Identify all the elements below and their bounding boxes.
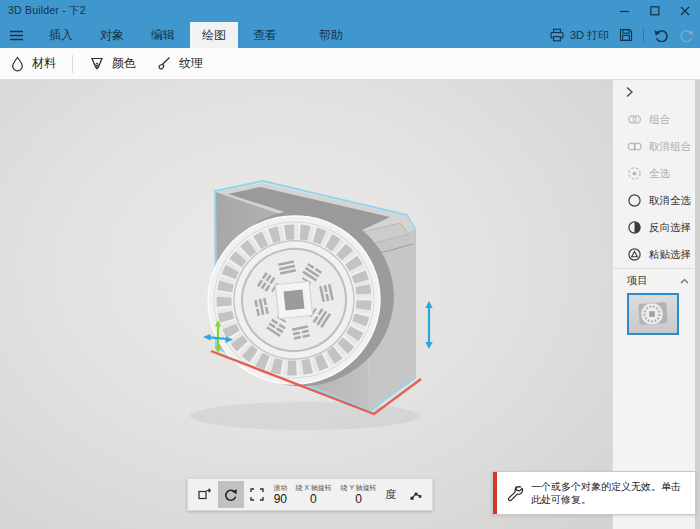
- repair-notification[interactable]: 一个或多个对象的定义无效。单击此处可修复。: [492, 471, 696, 515]
- texture-label: 纹理: [179, 55, 203, 72]
- paste-selection-icon: [627, 247, 642, 262]
- invert-selection-icon: [627, 220, 642, 235]
- roll-label: 滚动: [273, 484, 287, 491]
- project-section-header: 项目: [627, 274, 689, 288]
- settle-button[interactable]: [402, 481, 428, 508]
- menu-item-help[interactable]: 帮助: [307, 22, 355, 48]
- rotate-x-label: 绕 X 轴旋转: [295, 484, 331, 491]
- degrees-unit-label: 度: [385, 487, 396, 502]
- scale-mode-button[interactable]: [244, 481, 270, 508]
- paint-ribbon: 材料 颜色 纹理: [0, 48, 700, 80]
- chevron-up-icon[interactable]: [680, 278, 689, 284]
- main-menu: 插入 对象 编辑 绘图 查看 帮助: [34, 22, 355, 48]
- move-mode-button[interactable]: [192, 481, 218, 508]
- error-accent-bar: [493, 472, 497, 514]
- color-label: 颜色: [112, 55, 136, 72]
- app-menu-button[interactable]: [0, 22, 34, 48]
- save-button[interactable]: [619, 28, 633, 42]
- sidebar-item-label: 取消全选: [649, 194, 691, 208]
- minimize-icon: [620, 6, 630, 16]
- rotate-x-value[interactable]: 0: [310, 493, 317, 505]
- group-icon: [627, 112, 642, 127]
- rotate-y-label: 绕 Y 轴旋转: [341, 484, 377, 491]
- rotate-y-value[interactable]: 0: [355, 493, 362, 505]
- sidebar-item-label: 取消组合: [649, 140, 691, 154]
- menu-item-insert[interactable]: 插入: [37, 22, 85, 48]
- roll-value[interactable]: 90: [274, 493, 287, 505]
- menu-item-view[interactable]: 查看: [241, 22, 289, 48]
- sidebar-item-clear-selection[interactable]: 取消全选: [613, 187, 700, 214]
- wrench-icon: [506, 484, 524, 502]
- sidebar-item-label: 全选: [649, 167, 670, 181]
- titlebar: 3D Builder - 下2: [0, 0, 700, 22]
- rotate-x-field[interactable]: 绕 X 轴旋转 0: [294, 484, 333, 506]
- save-icon: [619, 28, 633, 42]
- right-panel: 组合 取消组合 全选: [612, 80, 700, 529]
- color-pen-icon: [89, 56, 105, 71]
- sidebar-item-group[interactable]: 组合: [613, 106, 700, 133]
- 3d-print-label: 3D 打印: [570, 28, 609, 43]
- maximize-button[interactable]: [640, 0, 670, 22]
- window-title: 3D Builder - 下2: [0, 4, 86, 18]
- redo-icon: [679, 28, 694, 42]
- quick-actions: 3D 打印: [549, 22, 694, 48]
- sidebar-item-label: 粘贴选择: [649, 248, 691, 262]
- selection-actions: 组合 取消组合 全选: [613, 106, 700, 268]
- maximize-icon: [650, 6, 660, 16]
- texture-button[interactable]: 纹理: [146, 48, 213, 79]
- axis-nodes-icon: [408, 488, 423, 502]
- rotate-icon: [223, 487, 238, 502]
- chevron-right-icon: [625, 86, 634, 98]
- 3d-viewport[interactable]: [0, 80, 612, 529]
- sidebar-item-label: 组合: [649, 113, 670, 127]
- material-label: 材料: [32, 55, 56, 72]
- 3d-builder-window: 3D Builder - 下2 插入 对象 编辑 绘图 查看 帮助: [0, 0, 700, 529]
- ribbon-separator: [72, 55, 73, 73]
- panel-divider: [613, 268, 696, 269]
- toolbar-separator: [643, 28, 644, 42]
- scale-icon: [249, 487, 265, 502]
- sidebar-item-invert-selection[interactable]: 反向选择: [613, 214, 700, 241]
- close-button[interactable]: [670, 0, 700, 22]
- hamburger-icon: [10, 30, 24, 41]
- window-controls: [610, 0, 700, 22]
- undo-icon: [654, 28, 669, 42]
- redo-button[interactable]: [679, 28, 694, 42]
- sidebar-item-select-all[interactable]: 全选: [613, 160, 700, 187]
- clear-selection-icon: [627, 193, 642, 208]
- texture-brush-icon: [156, 56, 172, 71]
- model-coin-box[interactable]: [0, 80, 612, 529]
- sidebar-item-ungroup[interactable]: 取消组合: [613, 133, 700, 160]
- 3d-print-button[interactable]: 3D 打印: [549, 28, 609, 43]
- menu-item-object[interactable]: 对象: [88, 22, 136, 48]
- select-all-icon: [627, 166, 642, 181]
- minimize-button[interactable]: [610, 0, 640, 22]
- workspace: 组合 取消组合 全选: [0, 80, 700, 529]
- roll-field[interactable]: 滚动 90: [273, 484, 288, 506]
- scale-handle-vertical[interactable]: [425, 301, 432, 349]
- sidebar-item-paste-selection[interactable]: 粘贴选择: [613, 241, 700, 268]
- sidebar-item-label: 反向选择: [649, 221, 691, 235]
- rotate-mode-button[interactable]: [218, 481, 244, 508]
- close-icon: [680, 6, 690, 16]
- material-drop-icon: [10, 56, 25, 72]
- printer-icon: [549, 28, 565, 42]
- undo-button[interactable]: [654, 28, 669, 42]
- menu-item-edit[interactable]: 编辑: [139, 22, 187, 48]
- move-icon: [197, 487, 213, 502]
- error-message: 一个或多个对象的定义无效。单击此处可修复。: [531, 480, 695, 507]
- thumbnail-coin-icon: [633, 298, 673, 330]
- material-button[interactable]: 材料: [0, 48, 66, 79]
- transform-toolbar: 滚动 90 绕 X 轴旋转 0 绕 Y 轴旋转 0 度: [187, 478, 433, 511]
- panel-collapse-button[interactable]: [625, 84, 634, 102]
- menu-item-paint[interactable]: 绘图: [190, 22, 238, 48]
- project-header-label: 项目: [627, 274, 648, 288]
- color-button[interactable]: 颜色: [79, 48, 146, 79]
- project-item-thumbnail[interactable]: [627, 293, 679, 335]
- rotate-y-field[interactable]: 绕 Y 轴旋转 0: [339, 484, 378, 506]
- ungroup-icon: [627, 139, 642, 154]
